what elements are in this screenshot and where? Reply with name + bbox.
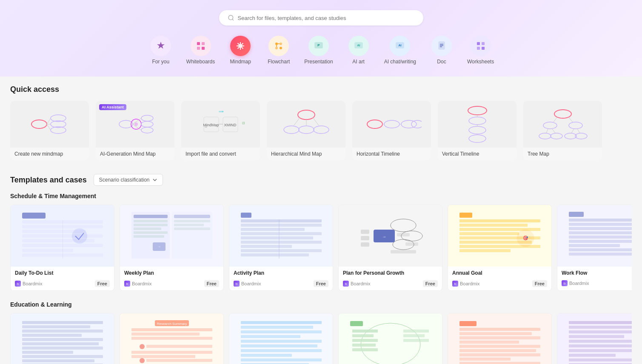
scenario-dropdown[interactable]: Scenario classification: [94, 174, 163, 186]
template-card-personal-growth[interactable]: → Plan for Personal Growth b Boardmix: [338, 205, 442, 291]
template-footer-growth: b Boardmix Free: [339, 277, 442, 290]
whiteboards-icon: [191, 36, 211, 56]
svg-rect-163: [22, 334, 82, 337]
quick-card-ai-gen[interactable]: AI Assistant AI-Generation Mind Map: [96, 101, 174, 160]
quick-card-thumb-tree: [523, 101, 602, 148]
svg-rect-174: [131, 333, 200, 336]
sidebar-item-mindmap[interactable]: Mindmap: [228, 36, 253, 65]
svg-rect-212: [459, 362, 540, 364]
svg-line-64: [313, 117, 319, 126]
template-card-daily-todo[interactable]: Daily To-Do List b Boardmix Free: [10, 205, 114, 291]
template-card-annual-goal[interactable]: 🎯 Annual Goal b Boardmix Free: [448, 205, 552, 291]
svg-point-67: [401, 120, 417, 128]
sidebar-item-doc[interactable]: Doc: [429, 36, 454, 65]
svg-rect-220: [569, 354, 616, 357]
svg-rect-138: [361, 242, 369, 247]
svg-line-91: [577, 129, 580, 133]
svg-rect-217: [569, 340, 632, 343]
svg-point-18: [280, 47, 282, 49]
sidebar-item-flowchart[interactable]: Flowchart: [266, 36, 291, 65]
free-badge: Free: [423, 280, 438, 287]
svg-rect-187: [241, 340, 322, 343]
mindmap-label: Mindmap: [230, 59, 251, 65]
svg-rect-3: [202, 42, 205, 45]
hero-banner: For you Whiteboards: [0, 0, 642, 77]
quick-card-tree[interactable]: Tree Map: [523, 101, 602, 160]
search-bar[interactable]: [219, 10, 423, 26]
svg-point-102: [72, 228, 87, 244]
svg-rect-214: [569, 326, 632, 329]
svg-rect-123: [241, 241, 322, 244]
svg-rect-183: [241, 321, 322, 324]
svg-rect-202: [403, 339, 429, 342]
quick-card-label-hierarchical: Hierarchical Mind Map: [267, 148, 345, 160]
svg-rect-114: [174, 228, 210, 230]
education-section-title: Education & Learning: [10, 301, 632, 308]
sidebar-item-whiteboards[interactable]: Whiteboards: [186, 36, 215, 65]
svg-rect-181: [146, 359, 212, 362]
search-input[interactable]: [238, 15, 415, 21]
template-footer-weekly: b Boardmix Free: [120, 277, 223, 290]
svg-rect-198: [352, 344, 376, 347]
brand-name: Boardmix: [351, 281, 370, 286]
svg-rect-111: [174, 215, 210, 218]
sidebar-item-for-you[interactable]: For you: [148, 36, 174, 65]
template-card-activity[interactable]: Activity Plan b Boardmix Free: [229, 205, 333, 291]
svg-rect-218: [569, 344, 632, 347]
quick-card-label-ai: AI-Generation Mind Map: [96, 148, 174, 160]
svg-rect-205: [459, 332, 532, 335]
worksheets-icon: [471, 36, 491, 56]
schedule-section-title: Schedule & Time Management: [10, 193, 632, 199]
svg-rect-105: [134, 215, 168, 218]
svg-point-46: [141, 121, 153, 127]
for-you-label: For you: [152, 59, 170, 65]
svg-rect-219: [569, 349, 632, 352]
quick-card-horizontal[interactable]: Horizontal Timeline: [352, 101, 431, 160]
template-card-edu6[interactable]: b Boardmix: [557, 313, 632, 364]
sidebar-item-presentation[interactable]: P Presentation: [304, 36, 333, 65]
sidebar-item-worksheets[interactable]: Worksheets: [467, 36, 494, 65]
ai-art-icon: AI: [348, 36, 369, 56]
svg-point-176: [140, 344, 145, 349]
sidebar-item-ai-chat[interactable]: AI AI chat/writing: [384, 36, 416, 65]
svg-point-58: [298, 110, 315, 119]
template-card-edu1[interactable]: b Boardmix Free: [10, 313, 114, 364]
svg-rect-175: [131, 337, 212, 340]
template-card-weekly-plan[interactable]: → Weekly Plan b Boardmix Free: [120, 205, 224, 291]
worksheets-label: Worksheets: [467, 59, 494, 65]
template-name-activity: Activity Plan: [229, 267, 333, 277]
quick-card-create-new[interactable]: Create new mindmap: [10, 101, 89, 160]
quick-card-hierarchical[interactable]: Hierarchical Mind Map: [267, 101, 345, 160]
svg-rect-151: [569, 219, 632, 222]
svg-point-15: [275, 43, 278, 45]
template-name-annual: Annual Goal: [448, 267, 551, 277]
template-card-edu2[interactable]: Research Summary b Boardmix: [120, 313, 224, 364]
svg-rect-154: [569, 231, 632, 234]
svg-point-35: [31, 120, 47, 128]
brand-icon: b: [15, 281, 21, 287]
svg-point-42: [119, 120, 133, 128]
brand-name: Boardmix: [241, 281, 261, 286]
svg-rect-140: [459, 219, 540, 222]
quick-card-vertical[interactable]: Vertical Timeline: [438, 101, 516, 160]
svg-rect-107: [134, 224, 168, 226]
svg-rect-139: [459, 213, 472, 218]
presentation-label: Presentation: [304, 59, 333, 65]
template-card-edu5[interactable]: b Boardmix Free: [448, 313, 552, 364]
template-card-workflow[interactable]: Work Flow b Boardmix: [557, 205, 632, 291]
template-footer-workflow: b Boardmix: [557, 277, 632, 290]
template-card-edu3[interactable]: b Boardmix Free: [229, 313, 333, 364]
svg-text:XMIND: XMIND: [224, 123, 237, 127]
svg-rect-169: [22, 359, 94, 362]
svg-point-75: [469, 135, 486, 142]
svg-rect-173: [131, 328, 212, 331]
chevron-down-icon: [152, 177, 157, 182]
svg-rect-206: [459, 336, 540, 339]
sidebar-item-ai-art[interactable]: AI AI art: [346, 36, 371, 65]
template-card-edu4[interactable]: b Boardmix Free: [338, 313, 442, 364]
svg-point-84: [565, 133, 576, 139]
svg-rect-4: [197, 47, 200, 50]
quick-card-label-import: Import file and convert: [181, 148, 260, 160]
quick-card-import[interactable]: MindMap XMIND ⟹ ⊡ ⊡ Import file and conv…: [181, 101, 260, 160]
flowchart-icon: [268, 36, 289, 56]
